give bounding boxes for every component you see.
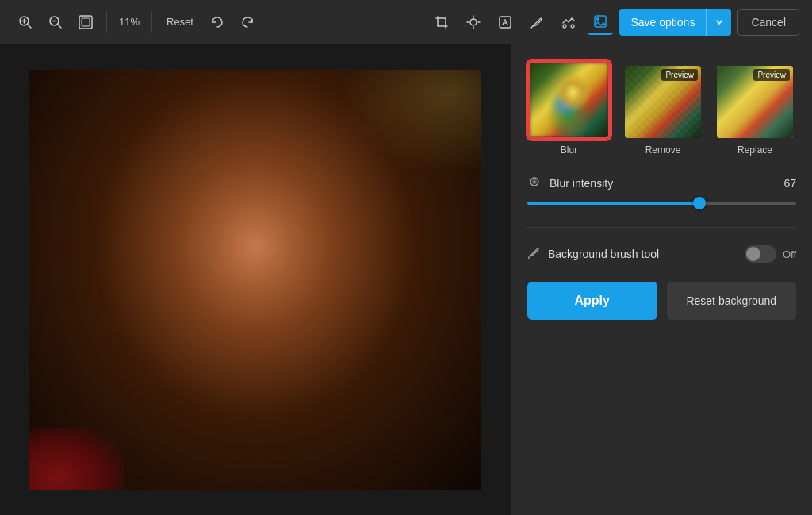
undo-icon[interactable] [205,10,230,35]
svg-line-5 [58,24,62,28]
main-content: Blur Preview Remove Preview Replace [0,44,812,515]
blur-card-thumb[interactable] [527,60,611,140]
save-options-dropdown-arrow[interactable] [706,9,731,36]
toolbar: 11% Reset [0,0,812,44]
brush-tool-row: Background brush tool Off [527,242,796,266]
cancel-button[interactable]: Cancel [737,9,799,36]
section-divider [527,227,796,228]
svg-rect-8 [82,18,90,26]
remove-preview-badge: Preview [661,69,698,81]
svg-point-23 [534,181,535,183]
toggle-container: Off [745,245,796,263]
remove-bg-tool-icon[interactable] [492,10,518,35]
remove-card-label: Remove [645,144,681,156]
remove-card-thumb[interactable]: Preview [623,64,703,140]
toolbar-center [429,10,613,35]
canvas-area [0,44,511,515]
blur-card-label: Blur [561,144,577,156]
brush-tool-icon [527,246,540,262]
blur-intensity-label: Blur intensity [550,177,766,190]
svg-line-1 [28,24,32,28]
toolbar-left: 11% Reset [13,10,423,35]
reset-background-button[interactable]: Reset background [667,282,797,320]
toolbar-divider-2 [151,11,152,33]
background-tool-icon[interactable] [588,10,613,35]
save-options-label: Save options [619,9,706,36]
replace-option-card[interactable]: Preview Replace [715,64,795,156]
svg-point-9 [470,19,477,25]
brush-tool-toggle[interactable] [745,245,776,263]
brightness-tool-icon[interactable] [461,10,486,35]
side-panel: Blur Preview Remove Preview Replace [511,44,812,515]
apply-button[interactable]: Apply [527,282,657,320]
healing-tool-icon[interactable] [556,10,581,35]
zoom-in-icon[interactable] [13,10,38,35]
toolbar-divider-1 [106,11,107,33]
fit-screen-icon[interactable] [73,10,98,35]
pen-tool-icon[interactable] [524,10,550,35]
blur-intensity-slider[interactable] [527,202,796,205]
blur-intensity-icon [527,175,542,192]
replace-card-label: Replace [737,144,772,156]
svg-point-20 [596,17,599,21]
replace-card-thumb[interactable]: Preview [715,64,795,140]
svg-point-18 [571,25,574,28]
svg-point-17 [563,25,566,28]
zoom-level: 11% [115,16,144,28]
blur-option-card[interactable]: Blur [527,60,611,156]
action-buttons: Apply Reset background [527,282,796,320]
slider-thumb[interactable] [693,197,706,209]
svg-rect-7 [79,16,92,29]
ceiling-layer [323,70,481,189]
svg-rect-14 [500,17,511,28]
option-cards: Blur Preview Remove Preview Replace [527,60,796,156]
svg-line-16 [531,26,533,28]
crop-tool-icon[interactable] [429,10,454,35]
toolbar-right: Save options Cancel [619,9,799,36]
blur-intensity-value: 67 [774,177,796,190]
couch-layer [29,427,124,490]
redo-icon[interactable] [235,10,260,35]
save-options-button[interactable]: Save options [619,9,731,36]
reset-button[interactable]: Reset [160,13,200,31]
remove-option-card[interactable]: Preview Remove [623,64,703,156]
blur-intensity-row: Blur intensity 67 [527,175,796,192]
replace-preview-badge: Preview [753,69,790,81]
main-image [29,70,481,490]
brush-tool-label: Background brush tool [548,248,737,260]
toggle-knob [746,247,760,261]
toggle-off-label: Off [783,248,796,260]
zoom-out-icon[interactable] [43,10,68,35]
